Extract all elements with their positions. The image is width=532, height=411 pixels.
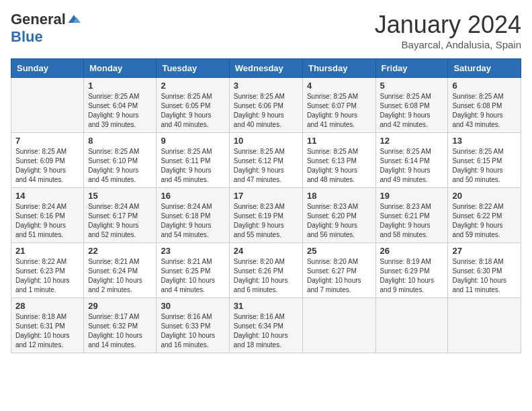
day-number: 1 bbox=[88, 81, 152, 91]
logo: General Blue bbox=[11, 11, 81, 46]
day-number: 20 bbox=[452, 191, 517, 201]
calendar-cell: 7Sunrise: 8:25 AM Sunset: 6:09 PM Daylig… bbox=[11, 133, 84, 188]
day-info: Sunrise: 8:25 AM Sunset: 6:08 PM Dayligh… bbox=[380, 92, 444, 130]
calendar-cell: 22Sunrise: 8:21 AM Sunset: 6:24 PM Dayli… bbox=[84, 243, 157, 298]
weekday-row: SundayMondayTuesdayWednesdayThursdayFrid… bbox=[11, 59, 521, 78]
title-section: January 2024 Bayarcal, Andalusia, Spain bbox=[375, 11, 521, 50]
calendar-cell: 20Sunrise: 8:22 AM Sunset: 6:22 PM Dayli… bbox=[448, 188, 521, 243]
day-number: 15 bbox=[88, 191, 152, 201]
day-info: Sunrise: 8:20 AM Sunset: 6:26 PM Dayligh… bbox=[234, 257, 298, 295]
calendar-table: SundayMondayTuesdayWednesdayThursdayFrid… bbox=[11, 58, 521, 353]
day-number: 10 bbox=[234, 136, 298, 146]
calendar-cell: 2Sunrise: 8:25 AM Sunset: 6:05 PM Daylig… bbox=[157, 78, 229, 133]
day-info: Sunrise: 8:23 AM Sunset: 6:20 PM Dayligh… bbox=[307, 202, 371, 240]
day-number: 12 bbox=[380, 136, 444, 146]
day-info: Sunrise: 8:25 AM Sunset: 6:15 PM Dayligh… bbox=[452, 147, 517, 185]
day-number: 9 bbox=[161, 136, 224, 146]
day-number: 24 bbox=[234, 246, 298, 256]
day-info: Sunrise: 8:16 AM Sunset: 6:34 PM Dayligh… bbox=[234, 312, 298, 350]
weekday-header-wednesday: Wednesday bbox=[229, 59, 302, 78]
day-number: 16 bbox=[161, 191, 224, 201]
calendar-cell: 28Sunrise: 8:18 AM Sunset: 6:31 PM Dayli… bbox=[11, 298, 84, 353]
day-info: Sunrise: 8:25 AM Sunset: 6:14 PM Dayligh… bbox=[380, 147, 444, 185]
calendar-cell: 15Sunrise: 8:24 AM Sunset: 6:17 PM Dayli… bbox=[84, 188, 157, 243]
calendar-cell bbox=[302, 298, 375, 353]
day-info: Sunrise: 8:25 AM Sunset: 6:13 PM Dayligh… bbox=[307, 147, 371, 185]
calendar-cell: 10Sunrise: 8:25 AM Sunset: 6:12 PM Dayli… bbox=[229, 133, 302, 188]
day-number: 2 bbox=[161, 81, 224, 91]
calendar-cell: 30Sunrise: 8:16 AM Sunset: 6:33 PM Dayli… bbox=[157, 298, 229, 353]
calendar-cell: 8Sunrise: 8:25 AM Sunset: 6:10 PM Daylig… bbox=[84, 133, 157, 188]
logo-icon bbox=[67, 13, 81, 26]
calendar-week-2: 14Sunrise: 8:24 AM Sunset: 6:16 PM Dayli… bbox=[11, 188, 521, 243]
calendar-cell: 4Sunrise: 8:25 AM Sunset: 6:07 PM Daylig… bbox=[302, 78, 375, 133]
calendar-header: SundayMondayTuesdayWednesdayThursdayFrid… bbox=[11, 59, 521, 78]
day-number: 6 bbox=[452, 81, 517, 91]
day-number: 3 bbox=[234, 81, 298, 91]
weekday-header-friday: Friday bbox=[375, 59, 448, 78]
day-number: 18 bbox=[307, 191, 371, 201]
calendar-cell: 3Sunrise: 8:25 AM Sunset: 6:06 PM Daylig… bbox=[229, 78, 302, 133]
day-info: Sunrise: 8:25 AM Sunset: 6:05 PM Dayligh… bbox=[161, 92, 224, 130]
day-number: 17 bbox=[234, 191, 298, 201]
day-info: Sunrise: 8:25 AM Sunset: 6:09 PM Dayligh… bbox=[15, 147, 79, 185]
day-info: Sunrise: 8:24 AM Sunset: 6:18 PM Dayligh… bbox=[161, 202, 224, 240]
day-info: Sunrise: 8:23 AM Sunset: 6:21 PM Dayligh… bbox=[380, 202, 444, 240]
day-info: Sunrise: 8:18 AM Sunset: 6:30 PM Dayligh… bbox=[452, 257, 517, 295]
calendar-cell: 21Sunrise: 8:22 AM Sunset: 6:23 PM Dayli… bbox=[11, 243, 84, 298]
calendar-cell: 6Sunrise: 8:25 AM Sunset: 6:08 PM Daylig… bbox=[448, 78, 521, 133]
calendar-cell bbox=[448, 298, 521, 353]
day-info: Sunrise: 8:17 AM Sunset: 6:32 PM Dayligh… bbox=[88, 312, 152, 350]
day-info: Sunrise: 8:22 AM Sunset: 6:22 PM Dayligh… bbox=[452, 202, 517, 240]
day-info: Sunrise: 8:25 AM Sunset: 6:07 PM Dayligh… bbox=[307, 92, 371, 130]
calendar-cell: 19Sunrise: 8:23 AM Sunset: 6:21 PM Dayli… bbox=[375, 188, 448, 243]
calendar-cell: 17Sunrise: 8:23 AM Sunset: 6:19 PM Dayli… bbox=[229, 188, 302, 243]
calendar-cell: 12Sunrise: 8:25 AM Sunset: 6:14 PM Dayli… bbox=[375, 133, 448, 188]
calendar-cell: 23Sunrise: 8:21 AM Sunset: 6:25 PM Dayli… bbox=[157, 243, 229, 298]
calendar-cell: 11Sunrise: 8:25 AM Sunset: 6:13 PM Dayli… bbox=[302, 133, 375, 188]
day-number: 28 bbox=[15, 301, 79, 311]
calendar-cell: 27Sunrise: 8:18 AM Sunset: 6:30 PM Dayli… bbox=[448, 243, 521, 298]
calendar-cell: 5Sunrise: 8:25 AM Sunset: 6:08 PM Daylig… bbox=[375, 78, 448, 133]
day-info: Sunrise: 8:23 AM Sunset: 6:19 PM Dayligh… bbox=[234, 202, 298, 240]
logo-general: General bbox=[11, 11, 66, 28]
day-number: 26 bbox=[380, 246, 444, 256]
day-info: Sunrise: 8:21 AM Sunset: 6:25 PM Dayligh… bbox=[161, 257, 224, 295]
day-info: Sunrise: 8:16 AM Sunset: 6:33 PM Dayligh… bbox=[161, 312, 224, 350]
calendar-cell: 26Sunrise: 8:19 AM Sunset: 6:29 PM Dayli… bbox=[375, 243, 448, 298]
day-info: Sunrise: 8:24 AM Sunset: 6:17 PM Dayligh… bbox=[88, 202, 152, 240]
weekday-header-monday: Monday bbox=[84, 59, 157, 78]
day-number: 19 bbox=[380, 191, 444, 201]
day-number: 7 bbox=[15, 136, 79, 146]
month-title: January 2024 bbox=[375, 11, 521, 39]
day-info: Sunrise: 8:22 AM Sunset: 6:23 PM Dayligh… bbox=[15, 257, 79, 295]
calendar-week-1: 7Sunrise: 8:25 AM Sunset: 6:09 PM Daylig… bbox=[11, 133, 521, 188]
weekday-header-tuesday: Tuesday bbox=[157, 59, 229, 78]
calendar-cell: 31Sunrise: 8:16 AM Sunset: 6:34 PM Dayli… bbox=[229, 298, 302, 353]
day-info: Sunrise: 8:25 AM Sunset: 6:10 PM Dayligh… bbox=[88, 147, 152, 185]
calendar-cell: 24Sunrise: 8:20 AM Sunset: 6:26 PM Dayli… bbox=[229, 243, 302, 298]
logo-blue: Blue bbox=[11, 28, 43, 46]
page-header: General Blue January 2024 Bayarcal, Anda… bbox=[11, 11, 521, 50]
calendar-cell bbox=[375, 298, 448, 353]
day-number: 14 bbox=[15, 191, 79, 201]
calendar-cell bbox=[11, 78, 84, 133]
day-number: 23 bbox=[161, 246, 224, 256]
calendar-cell: 14Sunrise: 8:24 AM Sunset: 6:16 PM Dayli… bbox=[11, 188, 84, 243]
calendar-cell: 25Sunrise: 8:20 AM Sunset: 6:27 PM Dayli… bbox=[302, 243, 375, 298]
calendar-week-3: 21Sunrise: 8:22 AM Sunset: 6:23 PM Dayli… bbox=[11, 243, 521, 298]
weekday-header-sunday: Sunday bbox=[11, 59, 84, 78]
calendar-cell: 13Sunrise: 8:25 AM Sunset: 6:15 PM Dayli… bbox=[448, 133, 521, 188]
day-number: 22 bbox=[88, 246, 152, 256]
weekday-header-saturday: Saturday bbox=[448, 59, 521, 78]
day-number: 8 bbox=[88, 136, 152, 146]
day-number: 21 bbox=[15, 246, 79, 256]
day-info: Sunrise: 8:25 AM Sunset: 6:06 PM Dayligh… bbox=[234, 92, 298, 130]
day-number: 31 bbox=[234, 301, 298, 311]
day-info: Sunrise: 8:25 AM Sunset: 6:08 PM Dayligh… bbox=[452, 92, 517, 130]
day-number: 29 bbox=[88, 301, 152, 311]
day-info: Sunrise: 8:18 AM Sunset: 6:31 PM Dayligh… bbox=[15, 312, 79, 350]
calendar-cell: 16Sunrise: 8:24 AM Sunset: 6:18 PM Dayli… bbox=[157, 188, 229, 243]
day-number: 5 bbox=[380, 81, 444, 91]
calendar-cell: 18Sunrise: 8:23 AM Sunset: 6:20 PM Dayli… bbox=[302, 188, 375, 243]
